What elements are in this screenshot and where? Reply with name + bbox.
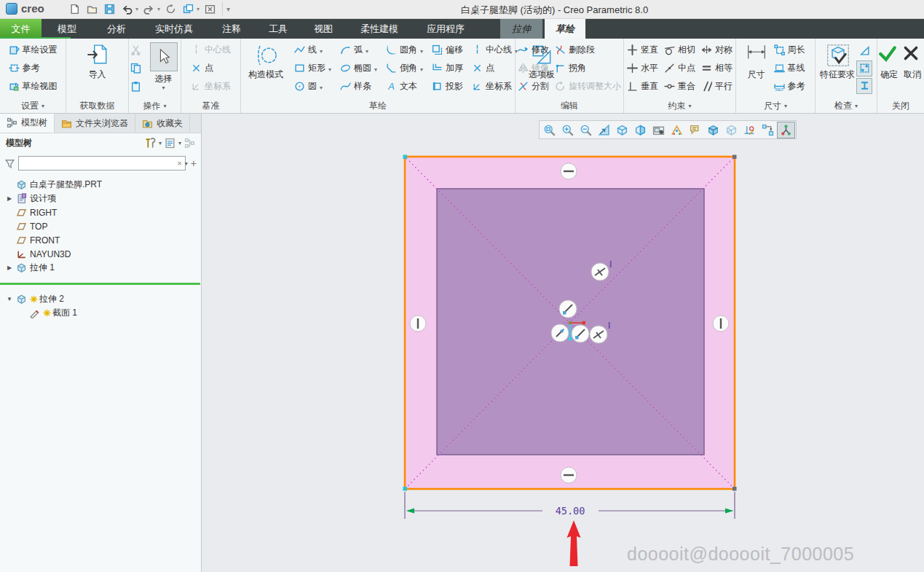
undo-icon[interactable]	[119, 1, 134, 16]
tree-tools-caret[interactable]: ▾	[159, 140, 162, 146]
regenerate-icon[interactable]	[163, 1, 178, 16]
vertex-top-left[interactable]	[403, 155, 408, 160]
cancel-button[interactable]: 取消	[901, 41, 924, 96]
edge-handle-left[interactable]	[410, 316, 426, 332]
vertex-top-right[interactable]	[733, 155, 737, 160]
handle-move[interactable]	[551, 324, 569, 342]
group-label-operations[interactable]: 操作	[129, 99, 181, 112]
datum-csys-button[interactable]: 坐标系	[189, 79, 233, 95]
tree-item-front-plane[interactable]: FRONT	[0, 233, 201, 247]
filter-caret[interactable]: ▾	[185, 160, 188, 167]
vertex-bottom-right[interactable]	[733, 487, 737, 491]
copy-button[interactable]	[128, 60, 143, 77]
handle-modify-top[interactable]	[559, 300, 577, 318]
fillet-button[interactable]: 圆角	[384, 42, 425, 58]
saved-views-icon[interactable]	[613, 122, 631, 138]
constraint-marker-1[interactable]	[591, 263, 609, 281]
divide-button[interactable]: 分割	[516, 79, 551, 95]
rectangle-button[interactable]: 矩形	[292, 60, 333, 77]
datum-point-button[interactable]: 点	[189, 60, 233, 77]
y-axis-handle[interactable]	[569, 337, 572, 341]
zoom-in-icon[interactable]	[558, 122, 577, 138]
constraint-tangent-button[interactable]: 相切	[662, 42, 698, 58]
tab-applications[interactable]: 应用程序	[413, 19, 478, 39]
constraint-vertical-button[interactable]: 竖直	[625, 42, 660, 58]
graphics-area[interactable]: I I 45.00	[202, 114, 924, 572]
tree-item-part[interactable]: 白桌子腿垫脚.PRT	[0, 178, 201, 192]
constraint-display-icon[interactable]	[741, 122, 759, 138]
tree-tools-icon[interactable]	[145, 138, 156, 149]
expand-arrow[interactable]: ▶	[6, 265, 13, 271]
tab-annotate[interactable]: 注释	[208, 19, 256, 39]
collapse-arrow[interactable]: ▼	[6, 296, 13, 302]
group-label-settings[interactable]: 设置	[0, 99, 66, 112]
feature-requirements-button[interactable]: 特征要求	[820, 41, 855, 96]
group-label-inspect[interactable]: 检查	[816, 99, 877, 112]
sketch-display-icon[interactable]	[759, 122, 777, 138]
edge-handle-top[interactable]	[561, 163, 577, 179]
qat-customize-caret[interactable]: ▾	[226, 5, 230, 13]
tab-view[interactable]: 视图	[301, 19, 346, 39]
text-button[interactable]: A文本	[384, 79, 425, 95]
x-axis-handle[interactable]	[583, 321, 586, 325]
display-style-icon[interactable]	[649, 122, 668, 138]
spline-button[interactable]: 样条	[338, 79, 379, 95]
highlight-open-ends-button[interactable]	[856, 60, 872, 77]
tab-model[interactable]: 模型	[42, 19, 92, 39]
references-button[interactable]: 参考	[7, 60, 60, 77]
tree-item-section1[interactable]: 截面 1	[0, 306, 201, 320]
dimension-button[interactable]: 尺寸	[744, 41, 769, 96]
tree-item-right-plane[interactable]: RIGHT	[0, 205, 201, 219]
datum-display-icon[interactable]	[668, 122, 686, 138]
filter-add-icon[interactable]: +	[191, 157, 197, 169]
redo-icon[interactable]	[141, 1, 156, 16]
tab-sketch-active[interactable]: 草绘	[545, 19, 585, 39]
arc-button[interactable]: 弧	[338, 42, 379, 58]
sketch-point-button[interactable]: 点	[470, 60, 520, 77]
circle-button[interactable]: 圆	[292, 79, 333, 95]
save-icon[interactable]	[102, 1, 117, 16]
filter-clear-icon[interactable]: ×	[177, 159, 181, 168]
project-button[interactable]: 投影	[430, 79, 465, 95]
tab-model-tree[interactable]: 模型树	[0, 114, 55, 133]
ok-button[interactable]: 确定	[877, 41, 901, 96]
tab-favorites[interactable]: 收藏夹	[135, 114, 190, 133]
constraint-symmetric-button[interactable]: 对称	[699, 42, 735, 58]
tree-settings-caret[interactable]: ▾	[178, 140, 181, 146]
tree-item-extrude1[interactable]: ▶拉伸 1	[0, 261, 201, 275]
shade-closed-loops-button[interactable]	[856, 43, 872, 59]
line-button[interactable]: 线	[292, 42, 333, 58]
tab-flexible-modeling[interactable]: 柔性建模	[346, 19, 413, 39]
sketch-csys-button[interactable]: 坐标系	[470, 79, 520, 95]
tree-item-extrude2[interactable]: ▼拉伸 2	[0, 292, 201, 306]
windows-icon[interactable]	[181, 1, 195, 16]
import-button[interactable]: 导入	[82, 41, 113, 96]
baseline-button[interactable]: 基线	[772, 60, 807, 77]
offset-button[interactable]: 偏移	[430, 42, 465, 58]
modify-button[interactable]: 修改	[516, 42, 551, 58]
rotate-resize-button[interactable]: 旋转调整大小	[553, 79, 623, 95]
expand-arrow[interactable]: ▶	[6, 195, 13, 202]
overlapping-geometry-button[interactable]	[856, 78, 872, 94]
constraint-horizontal-button[interactable]: 水平	[625, 60, 660, 77]
tree-item-design-items[interactable]: ▶设计项	[0, 192, 201, 205]
paste-button[interactable]	[128, 79, 143, 95]
constraint-parallel-button[interactable]: 平行	[699, 79, 735, 95]
tree-show-icon[interactable]	[184, 138, 195, 149]
vertex-bottom-left[interactable]	[403, 487, 408, 491]
dimension-45[interactable]: 45.00	[405, 492, 735, 519]
edge-handle-right[interactable]	[713, 316, 729, 332]
new-file-icon[interactable]	[67, 1, 82, 16]
thicken-button[interactable]: 加厚	[430, 60, 465, 77]
tab-folder-browser[interactable]: 文件夹浏览器	[55, 114, 135, 133]
sketch-view-button[interactable]: 草绘视图	[7, 79, 60, 95]
sketch-orientation-icon[interactable]	[777, 122, 795, 138]
group-label-constrain[interactable]: 约束	[624, 99, 735, 112]
tab-file[interactable]: 文件	[0, 19, 42, 39]
chamfer-button[interactable]: 倒角	[384, 60, 425, 77]
tab-analysis[interactable]: 分析	[92, 19, 141, 39]
tab-live-simulation[interactable]: 实时仿真	[141, 19, 208, 39]
edge-handle-bottom[interactable]	[561, 467, 577, 483]
delete-segment-button[interactable]: 删除段	[553, 42, 623, 58]
group-label-dimension[interactable]: 尺寸	[736, 99, 815, 112]
